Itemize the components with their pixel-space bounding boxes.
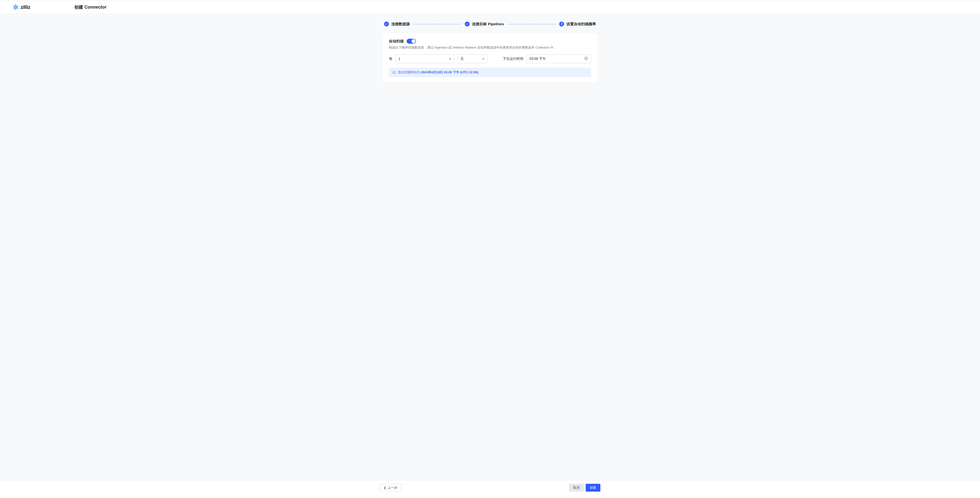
next-run-value: 03:00 下午 [526,54,591,63]
auto-scan-card: 自动扫描 根据以下频率扫描数据源，通过 Ingestion 或 Deletion… [383,33,597,83]
step-connector [413,24,461,24]
unit-select[interactable]: 天 ▼ [457,54,488,63]
auto-scan-title: 自动扫描 [389,39,404,44]
main-content: 连接数据源 连接目标 Pipelines 3 设置自动扫描频率 [0,14,980,480]
cancel-label: 取消 [573,485,579,490]
step-label: 连接目标 Pipelines [472,22,504,27]
next-run-time-picker[interactable]: 03:00 下午 [526,54,591,63]
info-time: 2024年4月18日 03:00 下午 (UTC-12:00) [421,70,478,74]
first-scan-info-banner: 首次扫描时间为 2024年4月18日 03:00 下午 (UTC-12:00)。 [389,68,591,77]
frequency-row: 每 1 ▼ 天 ▼ 下次运行时间 03:00 下午 [389,54,591,63]
info-text: 首次扫描时间为 2024年4月18日 03:00 下午 (UTC-12:00)。 [398,70,481,75]
brand-logo[interactable]: zilliz [12,4,30,11]
create-button[interactable]: 创建 [585,484,600,492]
info-suffix: 。 [478,70,481,74]
cancel-button[interactable]: 取消 [569,484,584,492]
logo-star-icon [12,4,19,11]
wizard-stepper: 连接数据源 连接目标 Pipelines 3 设置自动扫描频率 [383,22,597,27]
frequency-prefix-label: 每 [389,57,392,61]
interval-select[interactable]: 1 ▼ [395,54,454,63]
previous-label: 上一步 [388,485,397,490]
app-header: zilliz 创建 Connector [0,0,980,14]
info-prefix: 首次扫描时间为 [398,70,421,74]
check-circle-icon [465,22,469,27]
auto-scan-description: 根据以下频率扫描数据源，通过 Ingestion 或 Deletion Pipe… [389,45,591,50]
auto-scan-toggle[interactable] [407,39,416,44]
unit-value: 天 [457,54,488,63]
wizard-footer: ❮ 上一步 取消 创建 [0,480,980,495]
step-label: 设置自动扫描频率 [566,22,596,27]
chevron-left-icon: ❮ [384,486,386,489]
page-title: 创建 Connector [74,4,107,10]
step-number-icon: 3 [559,22,564,27]
step-connect-pipelines: 连接目标 Pipelines [465,22,504,27]
check-circle-icon [384,22,389,27]
step-auto-scan-frequency: 3 设置自动扫描频率 [559,22,596,27]
previous-button[interactable]: ❮ 上一步 [380,484,401,492]
step-label: 连接数据源 [391,22,410,27]
step-connect-source: 连接数据源 [384,22,410,27]
interval-value: 1 [395,54,454,63]
info-icon [392,71,396,74]
create-label: 创建 [590,485,596,490]
next-run-label: 下次运行时间 [503,57,523,61]
brand-name: zilliz [21,5,30,10]
toggle-knob [412,39,415,43]
step-connector [508,24,556,24]
